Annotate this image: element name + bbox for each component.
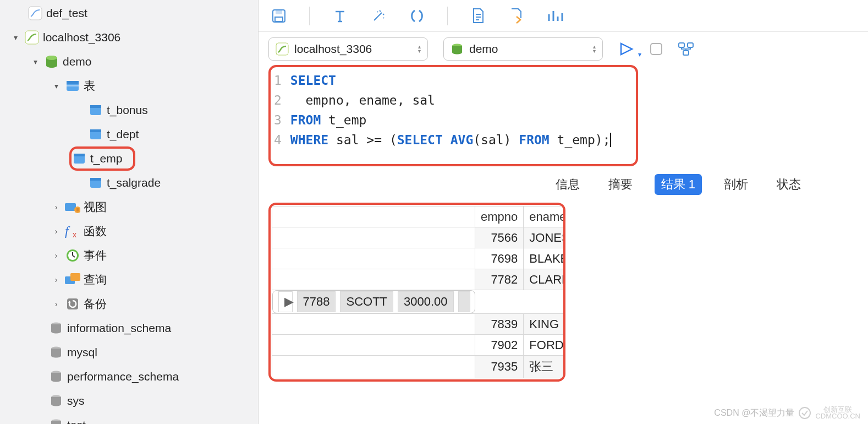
function-icon: fx — [65, 224, 80, 239]
cell-empno[interactable]: 7698 — [475, 248, 524, 269]
tree-label: 函数 — [84, 224, 107, 239]
gutter: 1 2 3 4 — [274, 70, 290, 150]
stepper-icon[interactable]: ▴▾ — [591, 45, 598, 53]
cell-ename[interactable]: KING — [524, 314, 565, 335]
cell-ename[interactable]: 张三 — [524, 356, 565, 378]
sql-editor[interactable]: 1 2 3 4 SELECT empno, ename, sal FROM t_… — [268, 65, 638, 166]
chevron-down-icon[interactable]: ▾ — [10, 33, 21, 42]
table-group-icon — [65, 78, 80, 94]
tree-item-table[interactable]: t_dept — [0, 122, 258, 146]
connection-label: localhost_3306 — [294, 42, 372, 56]
backup-icon — [65, 296, 80, 312]
row-marker — [272, 356, 475, 378]
chevron-down-icon[interactable]: ▾ — [30, 57, 41, 66]
checkbox[interactable] — [650, 43, 662, 55]
chevron-down-icon[interactable]: ▾ — [51, 81, 62, 90]
svg-point-3 — [46, 56, 57, 60]
svg-text:f: f — [65, 224, 70, 238]
tree-item-functions[interactable]: › fx 函数 — [0, 219, 258, 243]
explain-icon[interactable] — [678, 41, 694, 57]
tree-item-table[interactable]: t_bonus — [0, 98, 258, 122]
tree-item-database[interactable]: ▾ demo — [0, 50, 258, 74]
tree-label: mysql — [67, 346, 97, 359]
col-ename[interactable]: ename — [524, 206, 565, 227]
cell-empno[interactable]: 7782 — [475, 269, 524, 290]
chart-icon[interactable] — [547, 8, 563, 24]
svg-rect-37 — [683, 51, 689, 55]
tab-status[interactable]: 状态 — [770, 174, 807, 195]
table-row[interactable]: 7839KING5000.00 — [272, 314, 566, 335]
run-icon[interactable]: ▾ — [618, 41, 635, 57]
tree-item-table[interactable]: t_salgrade — [0, 171, 258, 195]
view-icon — [65, 199, 80, 215]
cell-empno[interactable]: 7788 — [297, 291, 336, 312]
cell-empno[interactable]: 7935 — [475, 356, 524, 378]
tab-info[interactable]: 信息 — [549, 174, 586, 195]
tree-item-events[interactable]: › 事件 — [0, 243, 258, 268]
tree-item-database[interactable]: test — [0, 413, 258, 424]
cell-empno[interactable]: 7902 — [475, 335, 524, 356]
row-marker — [272, 269, 475, 290]
database-icon — [48, 345, 64, 360]
table-icon — [88, 127, 103, 142]
export-icon[interactable] — [508, 8, 525, 24]
result-grid[interactable]: empno ename sal 7566JONES2975.007698BLAK… — [268, 203, 565, 382]
table-row[interactable]: ▶7788SCOTT3000.00 — [272, 290, 475, 313]
tree-item-tables-group[interactable]: ▾ 表 — [0, 74, 258, 98]
cell-ename[interactable]: SCOTT — [340, 291, 393, 312]
tree-item-connection[interactable]: ▾ localhost_3306 — [0, 25, 258, 50]
tree-item-database[interactable]: mysql — [0, 340, 258, 365]
tree-item-database[interactable]: information_schema — [0, 316, 258, 340]
tree-item-backup[interactable]: › 备份 — [0, 292, 258, 316]
selector-row: localhost_3306 ▴▾ demo ▴▾ ▾ — [259, 32, 868, 65]
row-marker — [272, 335, 475, 356]
clock-icon — [65, 248, 80, 263]
tree-item-views[interactable]: › 视图 — [0, 195, 258, 219]
tab-summary[interactable]: 摘要 — [602, 174, 639, 195]
database-selector[interactable]: demo ▴▾ — [443, 37, 603, 61]
table-row[interactable]: 7566JONES2975.00 — [272, 227, 566, 248]
database-icon — [44, 54, 59, 69]
cell-sal[interactable]: 3000.00 — [398, 291, 454, 312]
cell-ename[interactable]: BLAKE — [524, 248, 565, 269]
table-row[interactable]: 7902FORD3000.00 — [272, 335, 566, 356]
tree-item-top[interactable]: def_test — [0, 1, 258, 25]
cell-empno[interactable]: 7839 — [475, 314, 524, 335]
tree-label: performance_schema — [67, 370, 179, 383]
tab-profile[interactable]: 剖析 — [717, 174, 755, 195]
format-icon[interactable] — [332, 8, 348, 24]
code-area[interactable]: SELECT empno, ename, sal FROM t_emp WHER… — [290, 70, 611, 150]
tree-label: 视图 — [84, 199, 107, 215]
stepper-icon[interactable]: ▴▾ — [416, 45, 423, 53]
chevron-right-icon[interactable]: › — [51, 203, 62, 211]
table-row[interactable]: 7935张三2800.00 — [272, 356, 566, 378]
tree-item-queries[interactable]: › 查询 — [0, 268, 258, 292]
chevron-right-icon[interactable]: › — [51, 227, 62, 236]
separator — [309, 7, 310, 25]
cell-ename[interactable]: CLARK — [524, 269, 565, 290]
tree-item-database[interactable]: performance_schema — [0, 365, 258, 389]
database-icon — [48, 320, 64, 336]
chevron-right-icon[interactable]: › — [51, 275, 62, 284]
tab-result1[interactable]: 结果 1 — [655, 174, 702, 195]
chevron-right-icon[interactable]: › — [51, 300, 62, 308]
table-row[interactable]: 7698BLAKE2850.00 — [272, 248, 566, 269]
cell-ename[interactable]: JONES — [524, 227, 565, 248]
doc-icon[interactable] — [470, 8, 486, 24]
table-row[interactable]: 7782CLARK2450.00 — [272, 269, 566, 290]
svg-rect-31 — [276, 10, 282, 14]
save-icon[interactable] — [271, 8, 287, 24]
parens-icon[interactable] — [409, 8, 425, 24]
tree-item-database[interactable]: sys — [0, 389, 258, 413]
chevron-right-icon[interactable]: › — [51, 251, 62, 260]
main-area: localhost_3306 ▴▾ demo ▴▾ ▾ 1 2 3 4 SELE… — [259, 0, 868, 424]
magic-icon[interactable] — [370, 8, 387, 24]
tree-item-table[interactable]: t_emp — [0, 146, 258, 171]
row-marker — [272, 227, 475, 248]
cell-empno[interactable]: 7566 — [475, 227, 524, 248]
row-marker — [272, 248, 475, 269]
connection-selector[interactable]: localhost_3306 ▴▾ — [268, 37, 428, 61]
cell-ename[interactable]: FORD — [524, 335, 565, 356]
col-empno[interactable]: empno — [475, 206, 524, 227]
database-icon — [48, 417, 64, 424]
